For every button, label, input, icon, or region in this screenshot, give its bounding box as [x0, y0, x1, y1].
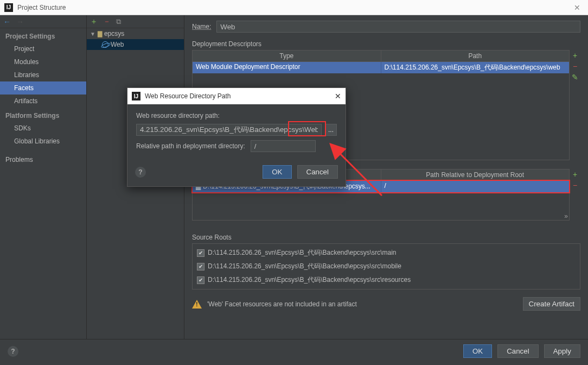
dialog-cancel-button[interactable]: Cancel: [297, 165, 338, 179]
tree-module-label: epcsys: [104, 30, 124, 37]
web-resource-path-dialog: IJ Web Resource Directory Path ✕ Web res…: [127, 87, 346, 187]
ok-button[interactable]: OK: [463, 344, 492, 358]
sidebar-item-artifacts[interactable]: Artifacts: [0, 95, 86, 108]
add-icon[interactable]: ＋: [90, 17, 98, 27]
relative-path-label: Relative path in deployment directory:: [136, 142, 245, 150]
source-root-path: D:\114.215.206.26_svn\Epcsys\B_代码\Backen…: [208, 262, 401, 271]
sidebar-item-problems[interactable]: Problems: [0, 153, 86, 166]
sidebar-item-global-libraries[interactable]: Global Libraries: [0, 135, 86, 148]
section-platform-settings: Platform Settings: [0, 108, 86, 122]
deployment-descriptors-label: Deployment Descriptors: [192, 40, 580, 48]
sidebar-item-modules[interactable]: Modules: [0, 55, 86, 68]
window-title: Project Structure: [17, 4, 66, 11]
th-type: Type: [193, 51, 381, 61]
facet-name-input[interactable]: [216, 21, 580, 33]
web-facet-icon: [102, 41, 108, 48]
warning-icon: [192, 300, 202, 309]
help-icon[interactable]: ?: [8, 346, 18, 357]
relative-path-input[interactable]: [251, 140, 316, 152]
source-roots-list: ✔ D:\114.215.206.26_svn\Epcsys\B_代码\Back…: [192, 243, 580, 290]
td-resource-rel: /: [381, 181, 570, 192]
th-path: Path: [381, 51, 570, 61]
dialog-title: Web Resource Directory Path: [145, 92, 231, 100]
path-label: Web resource directory path:: [136, 112, 337, 119]
apply-button[interactable]: Apply: [544, 344, 580, 358]
help-icon[interactable]: ?: [135, 167, 146, 178]
app-icon: IJ: [132, 92, 140, 100]
resource-remove-icon[interactable]: −: [570, 181, 580, 190]
checkbox-icon[interactable]: ✔: [197, 249, 204, 257]
descriptor-edit-icon[interactable]: ✎: [570, 73, 580, 81]
descriptor-remove-icon[interactable]: −: [570, 62, 580, 71]
dialog-close-icon[interactable]: ✕: [335, 92, 341, 100]
descriptor-row[interactable]: Web Module Deployment Descriptor D:\114.…: [193, 62, 569, 73]
resource-path-input[interactable]: [136, 124, 322, 136]
source-roots-label: Source Roots: [192, 234, 580, 241]
resource-add-icon[interactable]: +: [570, 170, 580, 179]
sidebar-item-project[interactable]: Project: [0, 42, 86, 55]
tree-facet-label: Web: [111, 41, 124, 48]
th-relative-path: Path Relative to Deployment Root: [381, 169, 570, 180]
section-project-settings: Project Settings: [0, 28, 86, 42]
checkbox-icon[interactable]: ✔: [197, 276, 204, 284]
source-root-row[interactable]: ✔ D:\114.215.206.26_svn\Epcsys\B_代码\Back…: [193, 246, 580, 260]
cancel-button[interactable]: Cancel: [497, 344, 539, 358]
checkbox-icon[interactable]: ✔: [197, 263, 204, 270]
chevron-right-icon[interactable]: »: [193, 211, 569, 220]
tree-module-row[interactable]: ▼ ▇ epcsys: [87, 28, 184, 39]
remove-icon[interactable]: －: [103, 17, 111, 27]
td-type: Web Module Deployment Descriptor: [193, 62, 381, 73]
warning-text: 'Web' Facet resources are not included i…: [207, 300, 357, 308]
copy-icon[interactable]: ⧉: [116, 17, 121, 26]
sidebar-item-sdks[interactable]: SDKs: [0, 122, 86, 135]
td-path: D:\114.215.206.26_svn\Epcsys\B_代码\Backen…: [381, 62, 570, 73]
source-root-row[interactable]: ✔ D:\114.215.206.26_svn\Epcsys\B_代码\Back…: [193, 260, 580, 273]
app-icon: IJ: [4, 3, 13, 12]
sidebar-item-libraries[interactable]: Libraries: [0, 68, 86, 81]
nav-back-icon[interactable]: ←: [3, 17, 11, 26]
dialog-button-bar: ? OK Cancel Apply: [0, 339, 588, 363]
sidebar-item-facets[interactable]: Facets: [0, 81, 86, 95]
source-root-path: D:\114.215.206.26_svn\Epcsys\B_代码\Backen…: [208, 275, 411, 285]
browse-button[interactable]: ...: [325, 124, 337, 136]
name-label: Name:: [192, 23, 211, 30]
settings-sidebar: ← → Project Settings Project Modules Lib…: [0, 15, 87, 339]
nav-forward-icon: →: [16, 17, 24, 26]
descriptor-add-icon[interactable]: +: [570, 51, 580, 60]
expand-icon[interactable]: ▼: [90, 31, 95, 37]
close-icon[interactable]: ✕: [571, 3, 584, 12]
window-titlebar: IJ Project Structure ✕: [0, 0, 588, 15]
folder-icon: ▇: [98, 30, 102, 37]
tree-facet-row[interactable]: Web: [87, 39, 184, 50]
create-artifact-button[interactable]: Create Artifact: [523, 297, 580, 311]
source-root-path: D:\114.215.206.26_svn\Epcsys\B_代码\Backen…: [208, 248, 397, 257]
source-root-row[interactable]: ✔ D:\114.215.206.26_svn\Epcsys\B_代码\Back…: [193, 273, 580, 287]
dialog-ok-button[interactable]: OK: [263, 165, 291, 179]
